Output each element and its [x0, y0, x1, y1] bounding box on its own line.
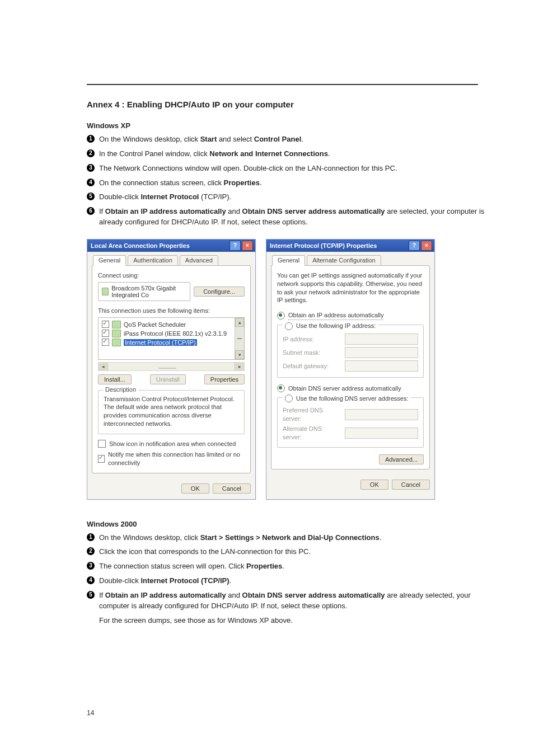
uninstall-button: Uninstall: [150, 374, 186, 384]
cancel-button[interactable]: Cancel: [392, 480, 430, 490]
radio-auto-dns-label: Obtain DNS server address automatically: [288, 384, 401, 393]
lan-title: Local Area Connection Properties: [91, 242, 190, 249]
description-group: Description Transmission Control Protoco…: [98, 390, 245, 434]
tcpip-intro: You can get IP settings assigned automat…: [277, 271, 424, 304]
item-ipass[interactable]: iPass Protocol (IEEE 802.1x) v2.3.1.9: [102, 329, 242, 338]
scroll-track[interactable]: [235, 327, 244, 350]
item-tcpip[interactable]: Internet Protocol (TCP/IP): [102, 338, 242, 347]
step-number-icon: 6: [87, 207, 95, 215]
step-text: Double-click Internet Protocol (TCP/IP).: [99, 192, 231, 201]
step-item: 4Double-click Internet Protocol (TCP/IP)…: [87, 576, 489, 586]
scrollbar[interactable]: ▴ ▾: [235, 318, 244, 359]
adapter-icon: [102, 288, 109, 295]
step-text: On the connection status screen, click P…: [99, 179, 262, 187]
properties-button[interactable]: Properties: [204, 374, 245, 384]
notify-label: Notify me when this connection has limit…: [108, 450, 245, 467]
tab-advanced[interactable]: Advanced: [180, 255, 218, 266]
step-item: 6If Obtain an IP address automatically a…: [87, 206, 489, 228]
checkbox-icon[interactable]: [102, 330, 109, 337]
step-number-icon: 4: [87, 576, 95, 584]
tab-general[interactable]: General: [272, 255, 305, 266]
annex-heading: Annex 4 : Enabling DHCP/Auto IP on your …: [87, 100, 489, 109]
winxp-steps: 1On the Windows desktop, click Start and…: [87, 134, 489, 228]
radio-static-dns-label: Use the following DNS server addresses:: [296, 395, 409, 403]
notify-checkbox[interactable]: [98, 455, 105, 463]
close-icon[interactable]: ×: [421, 241, 432, 251]
ok-button[interactable]: OK: [181, 483, 209, 494]
subnet-mask-input: [345, 347, 418, 358]
radio-static-ip[interactable]: [285, 322, 293, 330]
show-icon-label: Show icon in notification area when conn…: [109, 440, 236, 448]
step-item: 4On the connection status screen, click …: [87, 178, 489, 189]
static-ip-group: Use the following IP address: IP address…: [277, 325, 424, 378]
scroll-right-icon[interactable]: ▸: [235, 363, 244, 370]
lan-tabpanel: Connect using: Broadcom 570x Gigabit Int…: [92, 265, 251, 473]
step-item: 2Click the icon that corresponds to the …: [87, 547, 489, 557]
step-number-icon: 3: [87, 562, 95, 570]
radio-auto-ip-label: Obtain an IP address automatically: [288, 311, 383, 320]
radio-auto-ip[interactable]: [277, 312, 285, 320]
ok-button[interactable]: OK: [360, 480, 388, 490]
item-label: iPass Protocol (IEEE 802.1x) v2.3.1.9: [124, 330, 227, 337]
tcpip-tabs: General Alternate Configuration: [271, 255, 430, 266]
step-text: The connection status screen will open. …: [99, 562, 284, 570]
step-number-icon: 1: [87, 533, 95, 541]
step-item: 1On the Windows desktop, click Start and…: [87, 134, 489, 145]
step-number-icon: 4: [87, 179, 95, 186]
show-icon-checkbox[interactable]: [98, 440, 106, 448]
step-text: If Obtain an IP address automatically an…: [99, 591, 471, 610]
step-item: 3The Network Connections window will ope…: [87, 163, 489, 174]
tcpip-properties-dialog: Internet Protocol (TCP/IP) Properties ? …: [266, 239, 435, 500]
step-item: 5If Obtain an IP address automatically a…: [87, 590, 489, 612]
checkbox-icon[interactable]: [102, 321, 109, 328]
ip-address-label: IP address:: [283, 335, 341, 344]
screenshot-row: Local Area Connection Properties ? × Gen…: [87, 239, 489, 500]
item-qos[interactable]: QoS Packet Scheduler: [102, 320, 242, 329]
scroll-up-icon[interactable]: ▴: [235, 318, 244, 327]
description-legend: Description: [103, 386, 138, 393]
step-number-icon: 2: [87, 149, 95, 157]
pdns-input: [345, 409, 418, 420]
radio-static-ip-label: Use the following IP address:: [296, 322, 376, 330]
step-number-icon: 3: [87, 164, 95, 172]
step-text: Double-click Internet Protocol (TCP/IP).: [99, 576, 231, 585]
step-item: 3The connection status screen will open.…: [87, 561, 489, 572]
radio-auto-dns[interactable]: [277, 384, 285, 392]
connection-items-list[interactable]: QoS Packet Scheduler iPass Protocol (IEE…: [98, 317, 245, 360]
ip-address-input: [345, 334, 418, 345]
scroll-down-icon[interactable]: ▾: [235, 350, 244, 359]
checkbox-icon[interactable]: [102, 339, 109, 346]
lan-titlebar: Local Area Connection Properties ? ×: [87, 240, 255, 252]
pdns-label: Preferred DNS server:: [283, 406, 341, 423]
win2000-note: For the screen dumps, see those as for W…: [87, 616, 489, 626]
radio-static-dns[interactable]: [285, 395, 293, 402]
step-number-icon: 5: [87, 192, 95, 200]
step-number-icon: 2: [87, 547, 95, 555]
help-icon[interactable]: ?: [409, 241, 420, 251]
cancel-button[interactable]: Cancel: [213, 483, 251, 494]
step-number-icon: 1: [87, 135, 95, 143]
configure-button[interactable]: Configure...: [194, 287, 245, 297]
step-text: In the Control Panel window, click Netwo…: [99, 149, 330, 158]
tab-authentication[interactable]: Authentication: [128, 255, 178, 266]
install-button[interactable]: Install...: [98, 374, 132, 384]
top-rule: [87, 84, 478, 85]
tab-alternate[interactable]: Alternate Configuration: [307, 255, 381, 266]
tcpip-tabpanel: You can get IP settings assigned automat…: [271, 265, 430, 469]
step-text: On the Windows desktop, click Start and …: [99, 135, 303, 143]
win2000-steps: 1On the Windows desktop, click Start > S…: [87, 533, 489, 612]
step-text: Click the icon that corresponds to the L…: [99, 547, 311, 556]
connect-using-label: Connect using:: [98, 271, 245, 280]
static-dns-group: Use the following DNS server addresses: …: [277, 397, 424, 448]
tcpip-titlebar: Internet Protocol (TCP/IP) Properties ? …: [266, 240, 434, 252]
tab-general[interactable]: General: [93, 255, 126, 266]
close-icon[interactable]: ×: [242, 241, 253, 251]
win2000-heading: Windows 2000: [87, 520, 489, 528]
step-number-icon: 5: [87, 591, 95, 599]
scroll-left-icon[interactable]: ◂: [99, 363, 108, 370]
advanced-button[interactable]: Advanced...: [379, 454, 424, 464]
help-icon[interactable]: ?: [229, 241, 241, 251]
qos-icon: [112, 321, 121, 328]
gateway-input: [345, 360, 418, 372]
lan-tabs: General Authentication Advanced: [92, 255, 251, 266]
